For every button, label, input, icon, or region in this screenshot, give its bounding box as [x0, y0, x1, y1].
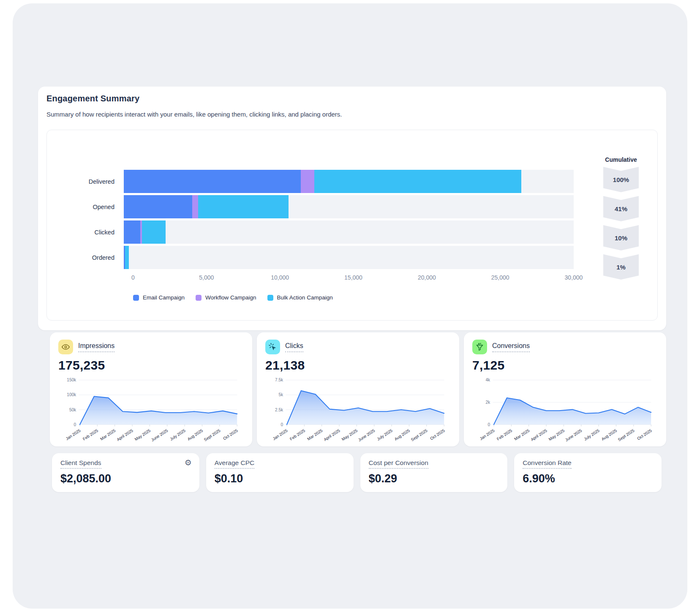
funnel-icon — [472, 340, 487, 354]
x-axis-month-label: Jan 2025 — [479, 428, 495, 441]
conversion-rate-label[interactable]: Conversion Rate — [523, 459, 571, 469]
impressions-card: Impressions 175,235 050k100k150kJan 2025… — [50, 332, 252, 446]
cost-per-conversion-label[interactable]: Cost per Conversion — [369, 459, 428, 469]
x-axis-tick-label: 0 — [131, 274, 135, 281]
client-spends-card: Client Spends ⚙ $2,085.00 — [52, 453, 199, 492]
client-spends-label[interactable]: Client Spends — [60, 459, 101, 469]
clicks-value: 21,138 — [265, 358, 451, 373]
funnel-bar-rows: DeliveredOpenedClickedOrdered — [55, 170, 574, 269]
x-axis-tick-label: 15,000 — [344, 274, 362, 281]
legend-item-workflow-campaign[interactable]: Workflow Campaign — [196, 294, 256, 301]
x-axis-month-label: May 2025 — [341, 428, 359, 441]
x-axis-month-label: Jan 2025 — [65, 428, 81, 441]
funnel-category-label: Ordered — [55, 254, 124, 261]
y-axis-tick-label: 7.5k — [275, 378, 283, 382]
impressions-value: 175,235 — [58, 358, 244, 373]
x-axis-tick-label: 30,000 — [565, 274, 583, 281]
x-axis-month-label: June 2025 — [564, 428, 583, 442]
x-axis-month-label: May 2025 — [548, 428, 566, 441]
funnel-bar-track — [124, 170, 574, 193]
x-axis-month-label: April 2025 — [323, 428, 340, 442]
legend-swatch-email — [133, 295, 139, 301]
clicks-area-chart: 02.5k5k7.5kJan 2025Feb 2025Mar 2025April… — [265, 373, 451, 446]
clicks-card: Clicks 21,138 02.5k5k7.5kJan 2025Feb 202… — [257, 332, 459, 446]
x-axis-month-label: April 2025 — [116, 428, 133, 442]
x-axis-month-label: Sept 2025 — [617, 428, 635, 442]
x-axis-month-label: Aug 2025 — [394, 428, 411, 441]
page-subtitle: Summary of how recipients interact with … — [46, 111, 658, 118]
x-axis-month-label: July 2025 — [376, 428, 393, 441]
funnel-chart-box: DeliveredOpenedClickedOrdered 05,00010,0… — [46, 130, 658, 321]
funnel-category-label: Delivered — [55, 178, 124, 185]
bar-segment — [301, 170, 314, 193]
y-axis-tick-label: 0 — [488, 422, 490, 427]
average-cpc-card: Average CPC $0.10 — [206, 453, 354, 492]
x-axis-tick-label: 25,000 — [491, 274, 509, 281]
x-axis-month-label: July 2025 — [169, 428, 186, 441]
y-axis-tick-label: 2.5k — [275, 408, 283, 412]
funnel-bar-row-opened: Opened — [55, 195, 574, 218]
average-cpc-label[interactable]: Average CPC — [215, 459, 254, 469]
area-fill — [287, 391, 444, 424]
conversion-rate-value: 6.90% — [523, 472, 653, 485]
cumulative-header: Cumulative — [603, 156, 639, 163]
x-axis-month-label: Mar 2025 — [306, 428, 323, 441]
bar-segment — [198, 195, 289, 218]
impressions-area-chart: 050k100k150kJan 2025Feb 2025Mar 2025Apri… — [58, 373, 244, 446]
funnel-bar-track — [124, 195, 574, 218]
funnel-bar-row-clicked: Clicked — [55, 220, 574, 244]
conversions-value: 7,125 — [472, 358, 658, 373]
funnel-bar-row-delivered: Delivered — [55, 170, 574, 193]
x-axis-month-label: Oct 2025 — [222, 428, 239, 441]
bar-segment — [124, 220, 140, 244]
conversion-rate-card: Conversion Rate 6.90% — [514, 453, 662, 492]
dashboard-panel: Engagement Summary Summary of how recipi… — [13, 3, 687, 609]
y-axis-tick-label: 50k — [69, 408, 76, 412]
area-fill — [494, 398, 651, 424]
legend-label: Bulk Action Campaign — [277, 294, 333, 301]
bar-segment — [314, 170, 521, 193]
x-axis-month-label: Sept 2025 — [410, 428, 428, 442]
x-axis-tick-label: 5,000 — [199, 274, 214, 281]
x-axis-month-label: Jan 2025 — [272, 428, 288, 441]
x-axis-month-label: May 2025 — [134, 428, 152, 441]
funnel-category-label: Opened — [55, 204, 124, 210]
y-axis-tick-label: 0 — [74, 422, 76, 427]
conversions-label[interactable]: Conversions — [492, 342, 530, 352]
x-axis-month-label: Mar 2025 — [513, 428, 530, 441]
bar-segment — [124, 170, 301, 193]
x-axis-month-label: Aug 2025 — [187, 428, 204, 441]
gear-icon[interactable]: ⚙ — [185, 459, 192, 467]
impressions-label[interactable]: Impressions — [78, 342, 114, 352]
bar-segment — [142, 220, 166, 244]
y-axis-tick-label: 2k — [485, 400, 490, 405]
y-axis-tick-label: 150k — [67, 378, 76, 382]
funnel-x-axis: 05,00010,00015,00020,00025,00030,000 — [133, 274, 574, 283]
conversions-card: Conversions 7,125 02k4kJan 2025Feb 2025M… — [464, 332, 666, 446]
y-axis-tick-label: 5k — [278, 392, 283, 397]
average-cpc-value: $0.10 — [215, 472, 345, 485]
eye-icon — [58, 340, 73, 354]
engagement-summary-card: Engagement Summary Summary of how recipi… — [38, 87, 666, 330]
metric-cards-row: Impressions 175,235 050k100k150kJan 2025… — [50, 332, 666, 446]
bar-segment — [125, 246, 129, 269]
cost-per-conversion-value: $0.29 — [369, 472, 499, 485]
x-axis-month-label: April 2025 — [530, 428, 547, 442]
area-fill — [80, 396, 237, 424]
legend-item-bulk-action-campaign[interactable]: Bulk Action Campaign — [267, 294, 333, 301]
client-spends-value: $2,085.00 — [60, 472, 191, 485]
x-axis-month-label: Oct 2025 — [429, 428, 446, 441]
x-axis-month-label: Oct 2025 — [636, 428, 653, 441]
page-title: Engagement Summary — [46, 94, 658, 103]
funnel-category-label: Clicked — [55, 229, 124, 236]
x-axis-month-label: Aug 2025 — [601, 428, 618, 441]
x-axis-month-label: June 2025 — [357, 428, 376, 442]
legend-item-email-campaign[interactable]: Email Campaign — [133, 294, 185, 301]
conversions-area-chart: 02k4kJan 2025Feb 2025Mar 2025April 2025M… — [472, 373, 658, 446]
stat-cards-row: Client Spends ⚙ $2,085.00 Average CPC $0… — [52, 453, 662, 492]
funnel-bar-track — [124, 246, 574, 269]
clicks-label[interactable]: Clicks — [285, 342, 303, 352]
x-axis-month-label: Sept 2025 — [203, 428, 221, 442]
cost-per-conversion-card: Cost per Conversion $0.29 — [360, 453, 508, 492]
cumulative-badge-ordered: 1% — [603, 254, 639, 280]
